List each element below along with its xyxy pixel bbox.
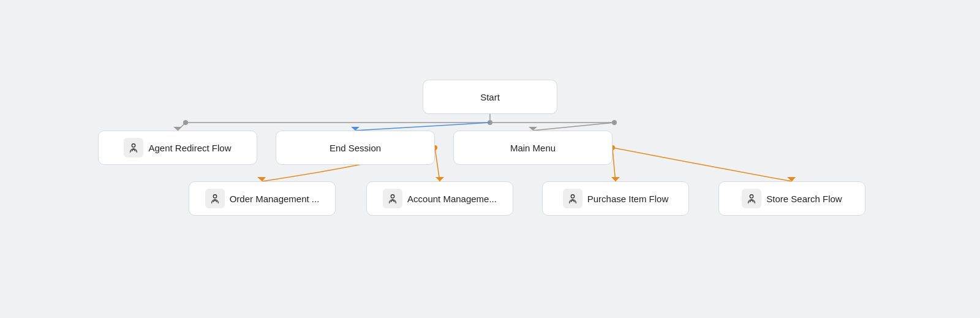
main-menu-node[interactable]: Main Menu <box>453 131 612 165</box>
svg-point-26 <box>571 195 574 198</box>
order-icon <box>205 189 225 208</box>
svg-point-2 <box>183 120 188 125</box>
svg-point-23 <box>391 195 394 198</box>
svg-point-29 <box>750 195 753 198</box>
start-node[interactable]: Start <box>423 80 557 114</box>
svg-point-3 <box>488 120 492 125</box>
store-search-node[interactable]: Store Search Flow <box>718 181 865 216</box>
svg-marker-16 <box>787 177 796 181</box>
store-icon <box>742 189 761 208</box>
end-session-node[interactable]: End Session <box>276 131 435 165</box>
diagram-container: Start Agent Redirect Flow End Session Ma… <box>0 0 980 318</box>
start-label: Start <box>480 92 500 102</box>
main-menu-label: Main Menu <box>510 143 556 153</box>
svg-marker-12 <box>257 177 266 181</box>
agent-label: Agent Redirect Flow <box>148 143 231 153</box>
svg-line-7 <box>355 123 490 131</box>
svg-point-17 <box>132 144 135 147</box>
svg-line-9 <box>533 123 614 131</box>
account-icon <box>383 189 402 208</box>
purchase-item-node[interactable]: Purchase Item Flow <box>542 181 689 216</box>
agent-icon <box>124 138 143 157</box>
svg-line-5 <box>178 123 186 131</box>
svg-point-20 <box>213 195 216 198</box>
account-label: Account Manageme... <box>407 194 497 204</box>
purchase-label: Purchase Item Flow <box>587 194 669 204</box>
purchase-icon <box>563 189 582 208</box>
svg-marker-15 <box>611 177 620 181</box>
end-session-label: End Session <box>330 143 381 153</box>
agent-redirect-node[interactable]: Agent Redirect Flow <box>98 131 257 165</box>
order-label: Order Management ... <box>230 194 320 204</box>
svg-marker-13 <box>435 177 444 181</box>
order-management-node[interactable]: Order Management ... <box>189 181 336 216</box>
account-management-node[interactable]: Account Manageme... <box>366 181 513 216</box>
svg-point-4 <box>612 120 617 125</box>
store-label: Store Search Flow <box>766 194 842 204</box>
